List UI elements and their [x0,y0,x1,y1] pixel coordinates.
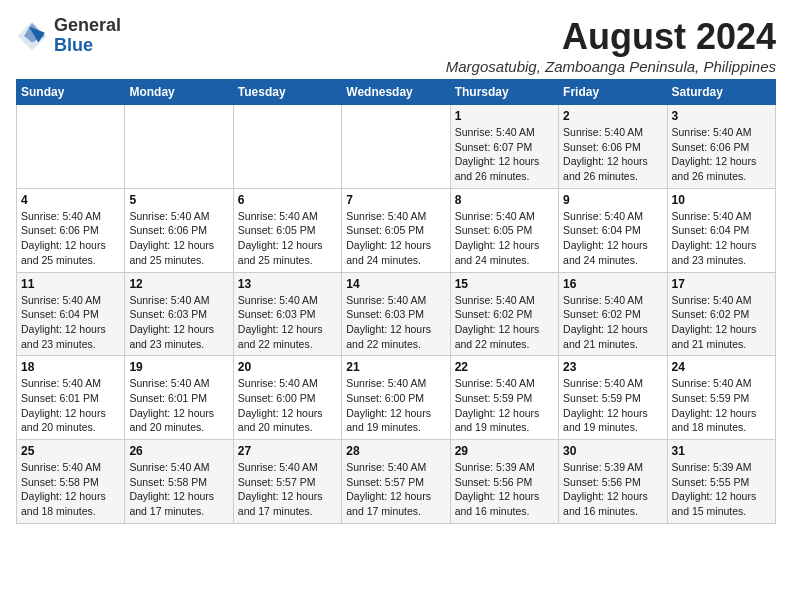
calendar-cell: 19Sunrise: 5:40 AM Sunset: 6:01 PM Dayli… [125,356,233,440]
day-number: 25 [21,444,120,458]
calendar-cell: 7Sunrise: 5:40 AM Sunset: 6:05 PM Daylig… [342,188,450,272]
calendar-cell: 23Sunrise: 5:40 AM Sunset: 5:59 PM Dayli… [559,356,667,440]
day-number: 23 [563,360,662,374]
day-number: 17 [672,277,771,291]
day-number: 22 [455,360,554,374]
day-number: 9 [563,193,662,207]
calendar-cell: 10Sunrise: 5:40 AM Sunset: 6:04 PM Dayli… [667,188,775,272]
calendar-cell: 15Sunrise: 5:40 AM Sunset: 6:02 PM Dayli… [450,272,558,356]
day-info: Sunrise: 5:40 AM Sunset: 6:03 PM Dayligh… [238,293,337,352]
calendar-cell: 12Sunrise: 5:40 AM Sunset: 6:03 PM Dayli… [125,272,233,356]
day-number: 20 [238,360,337,374]
day-info: Sunrise: 5:40 AM Sunset: 6:05 PM Dayligh… [346,209,445,268]
day-info: Sunrise: 5:40 AM Sunset: 5:59 PM Dayligh… [563,376,662,435]
day-info: Sunrise: 5:39 AM Sunset: 5:56 PM Dayligh… [563,460,662,519]
calendar-week-row: 18Sunrise: 5:40 AM Sunset: 6:01 PM Dayli… [17,356,776,440]
day-info: Sunrise: 5:40 AM Sunset: 6:00 PM Dayligh… [238,376,337,435]
calendar-cell: 17Sunrise: 5:40 AM Sunset: 6:02 PM Dayli… [667,272,775,356]
day-number: 14 [346,277,445,291]
day-info: Sunrise: 5:40 AM Sunset: 6:06 PM Dayligh… [563,125,662,184]
logo-blue: Blue [54,36,121,56]
day-info: Sunrise: 5:40 AM Sunset: 5:58 PM Dayligh… [129,460,228,519]
calendar-cell: 14Sunrise: 5:40 AM Sunset: 6:03 PM Dayli… [342,272,450,356]
day-info: Sunrise: 5:40 AM Sunset: 6:04 PM Dayligh… [21,293,120,352]
title-area: August 2024 Margosatubig, Zamboanga Peni… [446,16,776,75]
calendar-cell: 28Sunrise: 5:40 AM Sunset: 5:57 PM Dayli… [342,440,450,524]
day-info: Sunrise: 5:40 AM Sunset: 6:02 PM Dayligh… [672,293,771,352]
day-info: Sunrise: 5:40 AM Sunset: 6:06 PM Dayligh… [21,209,120,268]
day-number: 13 [238,277,337,291]
calendar-cell: 2Sunrise: 5:40 AM Sunset: 6:06 PM Daylig… [559,105,667,189]
calendar-cell [342,105,450,189]
calendar-cell: 3Sunrise: 5:40 AM Sunset: 6:06 PM Daylig… [667,105,775,189]
day-number: 30 [563,444,662,458]
day-info: Sunrise: 5:40 AM Sunset: 6:03 PM Dayligh… [346,293,445,352]
day-info: Sunrise: 5:40 AM Sunset: 6:01 PM Dayligh… [129,376,228,435]
calendar-cell [125,105,233,189]
calendar-cell: 30Sunrise: 5:39 AM Sunset: 5:56 PM Dayli… [559,440,667,524]
day-info: Sunrise: 5:40 AM Sunset: 6:02 PM Dayligh… [455,293,554,352]
day-info: Sunrise: 5:40 AM Sunset: 6:05 PM Dayligh… [238,209,337,268]
day-info: Sunrise: 5:40 AM Sunset: 5:59 PM Dayligh… [672,376,771,435]
header-day: Saturday [667,80,775,105]
calendar-cell: 8Sunrise: 5:40 AM Sunset: 6:05 PM Daylig… [450,188,558,272]
calendar-cell: 31Sunrise: 5:39 AM Sunset: 5:55 PM Dayli… [667,440,775,524]
calendar-cell: 6Sunrise: 5:40 AM Sunset: 6:05 PM Daylig… [233,188,341,272]
day-info: Sunrise: 5:40 AM Sunset: 6:03 PM Dayligh… [129,293,228,352]
day-number: 21 [346,360,445,374]
header-day: Tuesday [233,80,341,105]
main-title: August 2024 [446,16,776,58]
day-info: Sunrise: 5:39 AM Sunset: 5:55 PM Dayligh… [672,460,771,519]
calendar-cell: 11Sunrise: 5:40 AM Sunset: 6:04 PM Dayli… [17,272,125,356]
day-number: 6 [238,193,337,207]
calendar-week-row: 4Sunrise: 5:40 AM Sunset: 6:06 PM Daylig… [17,188,776,272]
day-number: 2 [563,109,662,123]
day-info: Sunrise: 5:40 AM Sunset: 6:07 PM Dayligh… [455,125,554,184]
calendar-cell [17,105,125,189]
calendar-cell: 25Sunrise: 5:40 AM Sunset: 5:58 PM Dayli… [17,440,125,524]
calendar-week-row: 1Sunrise: 5:40 AM Sunset: 6:07 PM Daylig… [17,105,776,189]
calendar-cell: 20Sunrise: 5:40 AM Sunset: 6:00 PM Dayli… [233,356,341,440]
calendar-week-row: 25Sunrise: 5:40 AM Sunset: 5:58 PM Dayli… [17,440,776,524]
calendar-cell: 22Sunrise: 5:40 AM Sunset: 5:59 PM Dayli… [450,356,558,440]
header-day: Monday [125,80,233,105]
calendar-cell [233,105,341,189]
day-info: Sunrise: 5:40 AM Sunset: 6:01 PM Dayligh… [21,376,120,435]
day-info: Sunrise: 5:40 AM Sunset: 5:59 PM Dayligh… [455,376,554,435]
calendar-cell: 29Sunrise: 5:39 AM Sunset: 5:56 PM Dayli… [450,440,558,524]
header-day: Wednesday [342,80,450,105]
day-info: Sunrise: 5:40 AM Sunset: 6:04 PM Dayligh… [563,209,662,268]
calendar-cell: 16Sunrise: 5:40 AM Sunset: 6:02 PM Dayli… [559,272,667,356]
day-number: 3 [672,109,771,123]
page-header: General Blue August 2024 Margosatubig, Z… [16,16,776,75]
day-number: 10 [672,193,771,207]
day-info: Sunrise: 5:40 AM Sunset: 6:06 PM Dayligh… [129,209,228,268]
calendar-cell: 27Sunrise: 5:40 AM Sunset: 5:57 PM Dayli… [233,440,341,524]
day-number: 24 [672,360,771,374]
day-number: 1 [455,109,554,123]
header-day: Sunday [17,80,125,105]
calendar-table: SundayMondayTuesdayWednesdayThursdayFrid… [16,79,776,524]
header-day: Thursday [450,80,558,105]
calendar-body: 1Sunrise: 5:40 AM Sunset: 6:07 PM Daylig… [17,105,776,524]
day-number: 28 [346,444,445,458]
day-info: Sunrise: 5:40 AM Sunset: 6:06 PM Dayligh… [672,125,771,184]
day-info: Sunrise: 5:39 AM Sunset: 5:56 PM Dayligh… [455,460,554,519]
day-number: 15 [455,277,554,291]
header-row: SundayMondayTuesdayWednesdayThursdayFrid… [17,80,776,105]
day-number: 7 [346,193,445,207]
subtitle: Margosatubig, Zamboanga Peninsula, Phili… [446,58,776,75]
calendar-cell: 5Sunrise: 5:40 AM Sunset: 6:06 PM Daylig… [125,188,233,272]
calendar-cell: 24Sunrise: 5:40 AM Sunset: 5:59 PM Dayli… [667,356,775,440]
day-number: 29 [455,444,554,458]
logo: General Blue [16,16,121,56]
day-info: Sunrise: 5:40 AM Sunset: 5:58 PM Dayligh… [21,460,120,519]
calendar-cell: 21Sunrise: 5:40 AM Sunset: 6:00 PM Dayli… [342,356,450,440]
calendar-cell: 18Sunrise: 5:40 AM Sunset: 6:01 PM Dayli… [17,356,125,440]
calendar-cell: 26Sunrise: 5:40 AM Sunset: 5:58 PM Dayli… [125,440,233,524]
day-info: Sunrise: 5:40 AM Sunset: 6:05 PM Dayligh… [455,209,554,268]
calendar-cell: 9Sunrise: 5:40 AM Sunset: 6:04 PM Daylig… [559,188,667,272]
calendar-cell: 13Sunrise: 5:40 AM Sunset: 6:03 PM Dayli… [233,272,341,356]
day-number: 8 [455,193,554,207]
day-info: Sunrise: 5:40 AM Sunset: 5:57 PM Dayligh… [346,460,445,519]
